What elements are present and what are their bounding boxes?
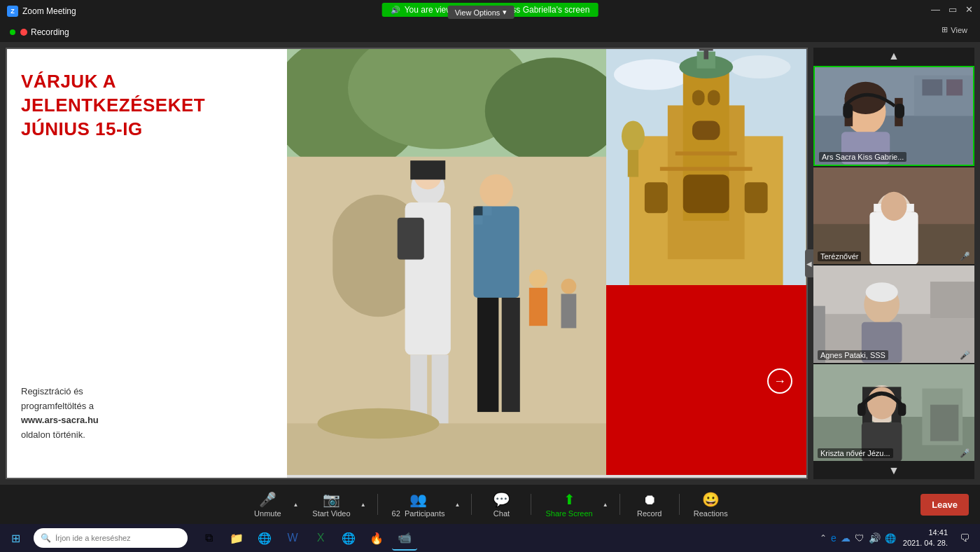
record-button[interactable]: ⏺ Record	[629, 488, 671, 521]
participants-caret[interactable]: ▲	[451, 488, 463, 521]
sidebar-scroll-down[interactable]: ▼	[813, 462, 974, 479]
reactions-icon: 😀	[702, 491, 720, 508]
sidebar-collapse-button[interactable]: ◀	[805, 249, 813, 277]
svg-rect-50	[946, 79, 962, 95]
participants-button[interactable]: 👥 62 Participants	[386, 488, 451, 521]
participant2-name: Teréznővér	[818, 251, 861, 261]
slide-content: VÁRJUK A JELENTKEZÉSEKET JÚNIUS 15-IG Re…	[7, 49, 806, 478]
slide-body-line1: Regisztráció és	[21, 385, 273, 399]
slide-center-photo	[287, 49, 607, 478]
svg-rect-82	[898, 403, 906, 415]
share-screen-button[interactable]: ⬆ Share Screen	[540, 488, 598, 521]
taskbar-right: ⌃ e ☁ 🛡 🔊 🌐 14:41 2021. 04. 28. 🗨	[820, 527, 980, 549]
notification-icon[interactable]: 🗨	[955, 528, 974, 548]
slide-body-url: www.ars-sacra.hu	[21, 413, 273, 428]
slide-title-line2: JELENTKEZÉSEKET	[21, 94, 273, 118]
taskbar-time: 14:41 2021. 04. 28.	[899, 527, 952, 549]
leave-button[interactable]: Leave	[920, 494, 969, 516]
chat-icon: 💬	[493, 491, 510, 508]
svg-rect-39	[676, 151, 737, 155]
taskbar-app-word[interactable]: W	[280, 525, 305, 551]
close-button[interactable]: ✕	[965, 4, 973, 15]
participant-tile[interactable]: 🎤 Teréznővér	[813, 167, 974, 265]
share-caret[interactable]: ▲	[600, 488, 611, 521]
record-icon: ⏺	[643, 492, 657, 508]
maximize-button[interactable]: ▭	[948, 4, 957, 15]
next-arrow[interactable]: →	[767, 368, 792, 394]
chat-button[interactable]: 💬 Chat	[480, 488, 522, 521]
minimize-button[interactable]: —	[931, 4, 940, 15]
tray-onedrive-icon[interactable]: ☁	[841, 532, 850, 544]
microphone-muted-icon: 🎤	[259, 491, 276, 508]
view-options-label: View Options	[455, 8, 500, 17]
recording-label: Recording	[31, 27, 69, 37]
svg-rect-33	[708, 90, 720, 105]
svg-point-10	[479, 174, 513, 208]
svg-rect-15	[477, 298, 498, 412]
slide-title-line3: JÚNIUS 15-IG	[21, 118, 273, 142]
view-grid-button[interactable]: ⊞ View	[936, 22, 973, 37]
svg-rect-74	[930, 404, 958, 441]
participants-icon: 👥	[410, 491, 427, 508]
record-label: Record	[637, 509, 662, 518]
taskbar-app-file-explorer[interactable]: 📁	[224, 525, 249, 551]
tray-volume-icon[interactable]: 🔊	[869, 532, 881, 544]
church-photo-svg	[606, 49, 806, 285]
search-input[interactable]	[55, 534, 181, 542]
video-off-icon: 📷	[323, 491, 340, 508]
taskbar-app-edge[interactable]: 🌐	[336, 525, 361, 551]
svg-rect-41	[645, 182, 668, 213]
svg-rect-13	[482, 206, 491, 215]
participant-tile[interactable]: 🎤 Kriszta nővér Jézu...	[813, 364, 974, 462]
slide-left-panel: VÁRJUK A JELENTKEZÉSEKET JÚNIUS 15-IG Re…	[7, 49, 287, 478]
unmute-caret[interactable]: ▲	[290, 488, 301, 521]
slide-red-bottom: →	[606, 285, 806, 478]
title-bar: Z Zoom Meeting 🔊 You are viewing Ars Sac…	[0, 0, 980, 22]
participant2-mute-icon: 🎤	[960, 251, 970, 261]
tray-show-hidden-icon[interactable]: ⌃	[820, 533, 827, 543]
center-photo-svg	[287, 49, 607, 478]
zoom-icon: Z	[7, 6, 18, 17]
church-photo	[606, 49, 806, 285]
taskbar-app-unknown[interactable]: 🔥	[364, 525, 389, 551]
taskbar-app-zoom[interactable]: 📹	[392, 525, 417, 551]
participant4-mute-icon: 🎤	[960, 448, 970, 458]
unmute-label: Unmute	[254, 509, 281, 518]
participant4-name: Kriszta nővér Jézu...	[818, 448, 893, 458]
share-screen-icon: ⬆	[564, 491, 575, 508]
participants-sidebar: ◀ ▲	[813, 48, 974, 479]
taskbar-search[interactable]: 🔍	[34, 528, 188, 548]
participant-tile[interactable]: 🎤 Agnes Pataki, SSS	[813, 265, 974, 363]
taskbar-app-chrome[interactable]: 🌐	[252, 525, 277, 551]
svg-rect-34	[692, 120, 720, 139]
svg-rect-23	[529, 288, 547, 326]
view-options-button[interactable]: View Options ▾	[448, 6, 514, 19]
participant1-name: Ars Sacra Kiss Gabrie...	[819, 152, 906, 162]
tray-network-icon[interactable]: 🌐	[885, 533, 896, 544]
sidebar-scroll-up[interactable]: ▲	[813, 48, 974, 64]
share-screen-label: Share Screen	[545, 509, 592, 518]
view-label: View	[951, 26, 967, 34]
toolbar-separator4	[620, 494, 620, 515]
unmute-button[interactable]: 🎤 Unmute	[246, 488, 288, 521]
svg-point-27	[614, 60, 691, 90]
video-caret[interactable]: ▲	[358, 488, 369, 521]
tray-security-icon[interactable]: 🛡	[855, 532, 864, 544]
participant1-video	[815, 67, 973, 165]
toolbar-separator2	[471, 494, 472, 515]
slide-body-line2: programfeltöltés a	[21, 399, 273, 414]
taskbar: ⊞ 🔍 ⧉ 📁 🌐 W X 🌐 🔥 📹 ⌃ e ☁ 🛡 🔊 🌐 14:41 20…	[0, 524, 980, 552]
start-video-button[interactable]: 📷 Start Video	[307, 488, 356, 521]
participant3-video	[813, 265, 974, 363]
taskbar-app-taskview[interactable]: ⧉	[196, 525, 221, 551]
taskbar-app-excel[interactable]: X	[308, 525, 333, 551]
grid-icon: ⊞	[941, 25, 948, 34]
date-display: 2021. 04. 28.	[903, 538, 948, 548]
participant-tile[interactable]: Ars Sacra Kiss Gabrie...	[813, 66, 974, 166]
svg-rect-17	[397, 218, 424, 260]
reactions-button[interactable]: 😀 Reactions	[688, 488, 734, 521]
start-button[interactable]: ⊞	[0, 524, 31, 552]
rec-dot	[20, 29, 27, 36]
tray-edge-icon[interactable]: e	[831, 532, 836, 544]
recording-bar: Recording ⊞ View	[0, 22, 980, 42]
